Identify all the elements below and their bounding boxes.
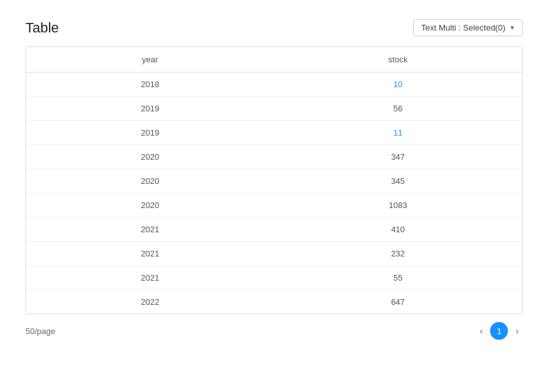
cell-year: 2021 xyxy=(26,266,274,290)
cell-stock: 55 xyxy=(274,266,523,290)
column-header-year: year xyxy=(26,47,274,73)
table-row: 201956 xyxy=(26,97,522,121)
page-title: Table xyxy=(25,20,59,36)
cell-stock: 11 xyxy=(274,121,523,145)
cell-year: 2020 xyxy=(26,145,274,169)
chevron-down-icon: ▾ xyxy=(510,24,514,32)
cell-year: 2020 xyxy=(26,193,274,218)
column-header-stock: stock xyxy=(274,47,523,73)
table-wrapper: year stock 20181020195620191120203472020… xyxy=(25,46,523,314)
data-table: year stock 20181020195620191120203472020… xyxy=(26,47,522,314)
per-page-label: 50/page xyxy=(25,326,55,336)
text-multi-dropdown[interactable]: Text Multi : Selected(0) ▾ xyxy=(413,19,523,36)
cell-stock: 347 xyxy=(274,145,523,169)
cell-stock: 1083 xyxy=(274,193,523,218)
cell-stock: 10 xyxy=(274,73,523,97)
table-row: 202155 xyxy=(26,266,522,290)
table-footer: 50/page ‹ 1 › xyxy=(25,322,523,340)
cell-year: 2021 xyxy=(26,218,274,242)
pagination: ‹ 1 › xyxy=(476,322,523,340)
table-row: 20201083 xyxy=(26,193,522,218)
cell-stock: 647 xyxy=(274,290,523,314)
table-row: 2021232 xyxy=(26,242,522,266)
table-header-row: year stock xyxy=(26,47,522,73)
main-container: Table Text Multi : Selected(0) ▾ year st… xyxy=(13,13,535,353)
cell-year: 2019 xyxy=(26,121,274,145)
table-row: 2022647 xyxy=(26,290,522,314)
prev-page-button[interactable]: ‹ xyxy=(476,323,487,339)
cell-stock: 232 xyxy=(274,242,523,266)
table-row: 2020347 xyxy=(26,145,522,169)
cell-year: 2022 xyxy=(26,290,274,314)
table-row: 201911 xyxy=(26,121,522,145)
next-page-button[interactable]: › xyxy=(512,323,523,339)
cell-year: 2018 xyxy=(26,73,274,97)
table-row: 2021410 xyxy=(26,218,522,242)
cell-stock: 345 xyxy=(274,169,523,193)
header: Table Text Multi : Selected(0) ▾ xyxy=(25,19,523,36)
cell-year: 2019 xyxy=(26,97,274,121)
cell-stock: 410 xyxy=(274,218,523,242)
table-row: 201810 xyxy=(26,73,522,97)
current-page-number[interactable]: 1 xyxy=(490,322,508,340)
cell-year: 2021 xyxy=(26,242,274,266)
table-row: 2020345 xyxy=(26,169,522,193)
cell-stock: 56 xyxy=(274,97,523,121)
cell-year: 2020 xyxy=(26,169,274,193)
dropdown-label: Text Multi : Selected(0) xyxy=(421,23,505,32)
